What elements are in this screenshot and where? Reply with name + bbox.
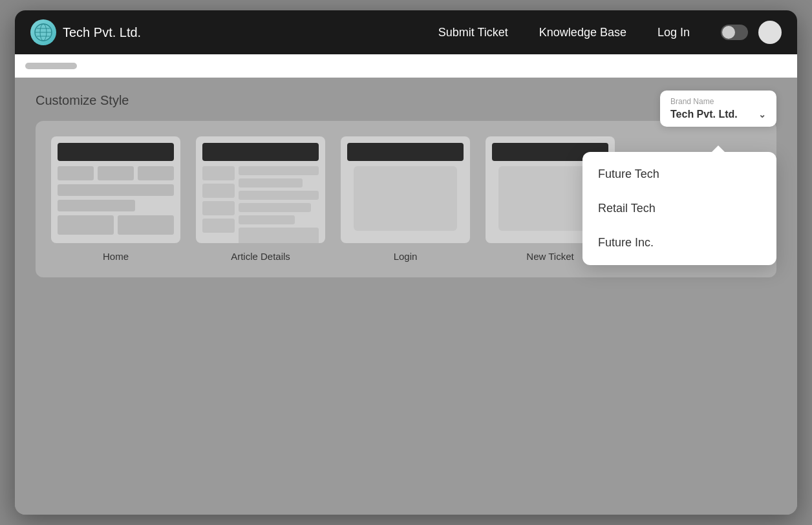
main-content: Customize Style Brand Name Tech Pvt. Ltd… [15, 78, 797, 515]
theme-toggle[interactable] [721, 25, 748, 40]
template-card-login[interactable]: Login [341, 136, 470, 262]
template-card-article[interactable]: Article Details [196, 136, 325, 262]
brand-dropdown-label: Brand Name [670, 97, 766, 106]
dropdown-option-0[interactable]: Future Tech [582, 157, 776, 191]
app-window: Tech Pvt. Ltd. Submit Ticket Knowledge B… [15, 10, 797, 515]
template-preview-home [51, 136, 180, 243]
brand-dropdown-trigger[interactable]: Brand Name Tech Pvt. Ltd. ⌄ [660, 91, 776, 127]
navbar-right [721, 21, 782, 44]
template-label-new-ticket: New Ticket [526, 251, 573, 262]
chevron-down-icon: ⌄ [758, 109, 766, 120]
brand-logo-icon [30, 19, 56, 45]
nav-log-in[interactable]: Log In [657, 26, 690, 39]
dropdown-option-2[interactable]: Future Inc. [582, 226, 776, 260]
toggle-knob [722, 26, 735, 39]
nav-links: Submit Ticket Knowledge Base Log In [438, 26, 690, 39]
template-label-home: Home [103, 251, 129, 262]
navbar: Tech Pvt. Ltd. Submit Ticket Knowledge B… [15, 10, 797, 54]
nav-submit-ticket[interactable]: Submit Ticket [438, 26, 508, 39]
nav-knowledge-base[interactable]: Knowledge Base [539, 26, 626, 39]
brand-section: Tech Pvt. Ltd. [30, 19, 438, 45]
template-preview-article [196, 136, 325, 243]
template-label-login: Login [394, 251, 418, 262]
template-preview-login [341, 136, 470, 243]
brand-name-label: Tech Pvt. Ltd. [63, 25, 141, 40]
template-card-home[interactable]: Home [51, 136, 180, 262]
scrollbar-area [15, 54, 797, 78]
template-label-article: Article Details [231, 251, 290, 262]
user-avatar[interactable] [758, 21, 782, 44]
brand-dropdown-menu: Future Tech Retail Tech Future Inc. [582, 152, 776, 265]
dropdown-option-1[interactable]: Retail Tech [582, 191, 776, 226]
brand-selected-value: Tech Pvt. Ltd. [670, 109, 738, 120]
brand-dropdown-value: Tech Pvt. Ltd. ⌄ [670, 109, 766, 120]
scrollbar-track[interactable] [25, 63, 77, 69]
